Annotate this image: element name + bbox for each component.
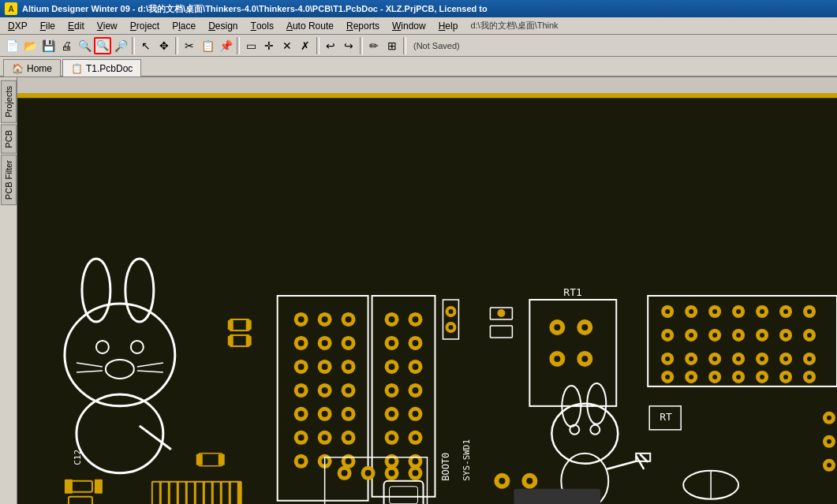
menu-design[interactable]: Design xyxy=(202,17,244,34)
svg-point-124 xyxy=(554,356,560,362)
svg-point-143 xyxy=(807,309,812,314)
sidebar-item-projects[interactable]: Projects xyxy=(1,80,17,123)
sidebar-item-pcb[interactable]: PCB xyxy=(1,125,17,154)
redo-button[interactable]: ↪ xyxy=(340,37,357,54)
move-button[interactable]: ✥ xyxy=(155,37,173,54)
svg-rect-28 xyxy=(214,483,220,504)
not-saved-label: (Not Saved) xyxy=(409,41,465,50)
find-button[interactable]: 🔍 xyxy=(76,37,93,54)
grid-button[interactable]: ⊞ xyxy=(383,37,401,54)
svg-point-105 xyxy=(413,435,419,441)
print-button[interactable]: 🖨 xyxy=(58,37,75,54)
svg-point-91 xyxy=(389,364,395,370)
sidebar-item-pcbfilter[interactable]: PCB Filter xyxy=(1,155,17,205)
menu-autoroute[interactable]: Auto Route xyxy=(280,17,340,34)
svg-point-205 xyxy=(827,463,831,468)
svg-rect-25 xyxy=(188,483,194,504)
menu-reports[interactable]: Reports xyxy=(340,17,386,34)
separator-6 xyxy=(403,37,406,54)
svg-rect-21 xyxy=(153,483,159,504)
new-button[interactable]: 📄 xyxy=(3,37,21,54)
svg-point-157 xyxy=(807,333,812,338)
svg-point-210 xyxy=(365,470,372,476)
pcb-icon: 📋 xyxy=(71,63,83,74)
svg-point-85 xyxy=(413,316,419,323)
svg-point-137 xyxy=(736,309,741,314)
svg-point-46 xyxy=(298,340,305,346)
menu-place[interactable]: Place xyxy=(166,17,202,34)
svg-point-74 xyxy=(346,435,352,441)
svg-rect-24 xyxy=(179,483,185,504)
undo-button[interactable]: ↩ xyxy=(322,37,339,54)
menu-dxp[interactable]: DXP xyxy=(2,17,34,34)
tab-pcbdoc[interactable]: 📋 T1.PcbDoc xyxy=(62,59,141,77)
copy-button[interactable]: 📋 xyxy=(199,37,216,54)
svg-point-155 xyxy=(783,333,788,338)
svg-rect-22 xyxy=(162,483,168,504)
menu-help[interactable]: Help xyxy=(432,17,465,34)
svg-point-185 xyxy=(807,375,812,379)
svg-rect-224 xyxy=(219,454,225,465)
pcb-board[interactable]: C12 C13 xyxy=(17,93,837,504)
save-button[interactable]: 💾 xyxy=(39,37,57,54)
svg-text:RT1: RT1 xyxy=(563,286,581,298)
svg-rect-0 xyxy=(17,95,837,504)
svg-point-214 xyxy=(413,470,419,476)
edit2-button[interactable]: ✏ xyxy=(365,37,383,54)
separator-4 xyxy=(316,37,319,54)
svg-point-131 xyxy=(665,309,670,314)
rect-button[interactable]: ▭ xyxy=(242,37,260,54)
menu-tools[interactable]: Tools xyxy=(245,17,280,34)
svg-point-44 xyxy=(346,316,352,323)
pcb-canvas[interactable]: C12 C13 xyxy=(17,77,837,504)
svg-point-52 xyxy=(298,364,305,370)
svg-point-54 xyxy=(322,364,328,370)
cut-button[interactable]: ✂ xyxy=(181,37,198,54)
menu-view[interactable]: View xyxy=(91,17,124,34)
select-button[interactable]: ↖ xyxy=(137,37,155,54)
open-button[interactable]: 📂 xyxy=(21,37,39,54)
inspector-button[interactable]: 🔍 xyxy=(94,37,111,54)
svg-point-93 xyxy=(413,364,419,370)
main-area: Projects PCB PCB Filter xyxy=(0,77,837,504)
snap2-button[interactable]: ✗ xyxy=(297,37,314,54)
svg-point-167 xyxy=(760,357,764,361)
svg-point-126 xyxy=(581,356,588,362)
svg-point-95 xyxy=(389,387,395,394)
svg-point-56 xyxy=(346,364,352,370)
svg-rect-17 xyxy=(65,480,73,494)
svg-point-76 xyxy=(298,458,305,465)
snap-button[interactable]: ✕ xyxy=(278,37,296,54)
separator-5 xyxy=(360,37,363,54)
zoom-button[interactable]: 🔎 xyxy=(112,37,129,54)
svg-point-42 xyxy=(322,316,328,323)
svg-rect-29 xyxy=(222,483,229,504)
svg-point-40 xyxy=(298,316,305,323)
svg-point-122 xyxy=(581,324,588,330)
svg-point-120 xyxy=(554,324,560,330)
svg-point-163 xyxy=(712,357,717,361)
toolbar: 📄 📂 💾 🖨 🔍 🔍 🔎 ↖ ✥ ✂ 📋 📌 ▭ ✛ ✕ ✗ ↩ ↪ ✏ ⊞ … xyxy=(0,35,837,57)
pcb-svg: C12 C13 xyxy=(17,95,837,504)
svg-point-220 xyxy=(526,478,532,484)
svg-point-133 xyxy=(689,309,693,314)
svg-point-60 xyxy=(322,387,328,394)
svg-rect-32 xyxy=(228,320,234,330)
svg-rect-221 xyxy=(514,489,600,504)
separator-1 xyxy=(132,37,135,54)
svg-point-183 xyxy=(783,375,788,379)
menu-project[interactable]: Project xyxy=(124,17,166,34)
svg-rect-33 xyxy=(246,320,252,330)
tab-home[interactable]: 🏠 Home xyxy=(3,59,61,77)
menu-edit[interactable]: Edit xyxy=(62,17,91,34)
cross-button[interactable]: ✛ xyxy=(260,37,278,54)
svg-point-203 xyxy=(827,439,831,444)
svg-point-64 xyxy=(298,411,305,417)
paste-button[interactable]: 📌 xyxy=(217,37,234,54)
menu-bar: DXP File Edit View Project Place Design … xyxy=(0,17,837,35)
svg-point-116 xyxy=(448,325,453,330)
menu-file[interactable]: File xyxy=(34,17,62,34)
menu-window[interactable]: Window xyxy=(386,17,432,34)
svg-point-103 xyxy=(389,435,395,441)
svg-point-173 xyxy=(665,375,670,379)
